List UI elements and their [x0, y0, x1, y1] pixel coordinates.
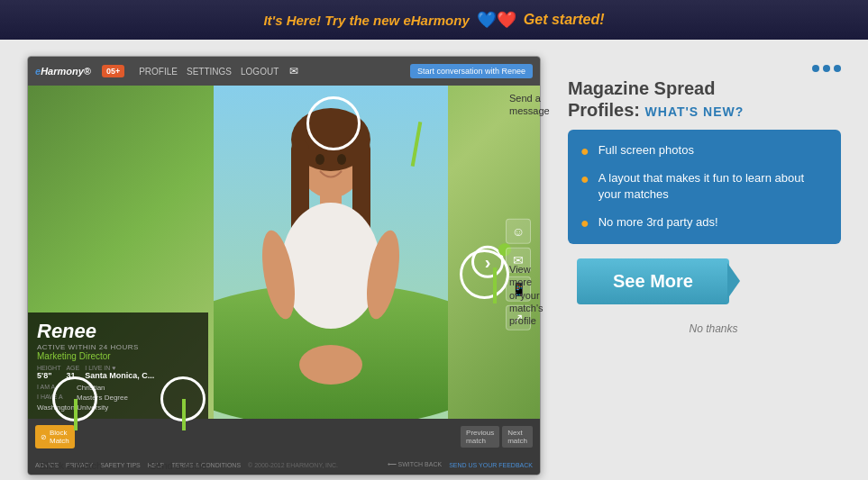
- features-box: ● Full screen photos ● A layout that mak…: [568, 130, 841, 244]
- block-line: [74, 399, 78, 430]
- send-smile-label: Send a smile: [150, 459, 207, 472]
- panel-dots: [568, 65, 841, 72]
- eharmony-logo: eHarmony®: [35, 66, 91, 77]
- profile-photo: › ☺ ✉ 📱 ↗ Renee ACTIVE WITHIN 24 HOURS M…: [28, 86, 540, 419]
- browser-footer: ADVICE PRIVACY SAFETY TIPS HELP TERMS & …: [28, 455, 540, 475]
- previous-match-button[interactable]: Previousmatch: [461, 426, 499, 448]
- next-match-button[interactable]: Nextmatch: [502, 426, 533, 448]
- svg-point-12: [337, 154, 346, 165]
- block-label: BlockMatch: [50, 429, 69, 445]
- age-label: AGE: [66, 365, 79, 371]
- see-more-button[interactable]: See More: [577, 258, 729, 304]
- profile-active: ACTIVE WITHIN 24 HOURS: [37, 343, 199, 351]
- height-label: HEIGHT: [37, 365, 60, 371]
- send-message-label: Send a message: [509, 92, 550, 118]
- nav-arrows: Previousmatch Nextmatch: [461, 426, 533, 448]
- woman-figure: [214, 86, 448, 419]
- svg-point-7: [281, 203, 380, 329]
- dot-1: [812, 65, 819, 72]
- footer-copyright: © 2000-2012 EHARMONY, INC.: [248, 462, 338, 468]
- smiley-icon[interactable]: ☺: [506, 219, 531, 244]
- matches-badge: 05+: [102, 65, 124, 77]
- bullet-3: ●: [580, 214, 589, 231]
- block-match-button[interactable]: ⊘ BlockMatch: [35, 425, 75, 448]
- action-bar: ⊘ BlockMatch Previousmatch Nextmatch: [28, 419, 540, 455]
- magazine-title: Magazine SpreadProfiles: WHAT'S NEW?: [568, 77, 841, 121]
- height-value: 5'8": [37, 371, 60, 380]
- feature-3: ● No more 3rd party ads!: [580, 214, 828, 231]
- nav-links: PROFILE SETTINGS LOGOUT: [139, 67, 279, 77]
- start-conversation-button[interactable]: Start conversation with Renee: [410, 64, 533, 78]
- banner-cta[interactable]: Get started!: [524, 12, 605, 28]
- profile-name: Renee: [37, 320, 199, 343]
- screenshot-container: eHarmony® 05+ PROFILE SETTINGS LOGOUT ✉ …: [27, 56, 541, 475]
- feature-1: ● Full screen photos: [580, 142, 828, 159]
- nav-logout[interactable]: LOGOUT: [241, 67, 279, 77]
- no-thanks-link[interactable]: No thanks: [586, 322, 841, 335]
- feedback-link[interactable]: SEND US YOUR FEEDBACK: [449, 462, 533, 468]
- smile-line: [182, 399, 186, 430]
- nav-settings[interactable]: SETTINGS: [187, 67, 232, 77]
- banner-text: It's Here! Try the new eHarmony: [263, 13, 469, 28]
- top-banner: It's Here! Try the new eHarmony 💙❤️ Get …: [0, 0, 868, 40]
- main-content: eHarmony® 05+ PROFILE SETTINGS LOGOUT ✉ …: [0, 40, 868, 480]
- svg-point-11: [315, 154, 324, 165]
- profile-title: Marketing Director: [37, 351, 199, 361]
- switch-back-link[interactable]: ⟵ SWITCH BACK: [388, 461, 443, 468]
- browser-mockup: eHarmony® 05+ PROFILE SETTINGS LOGOUT ✉ …: [27, 56, 541, 475]
- whats-new: WHAT'S NEW?: [645, 104, 745, 119]
- mail-icon: ✉: [289, 65, 298, 77]
- footer-safety[interactable]: SAFETY TIPS: [100, 462, 140, 468]
- bullet-1: ●: [580, 142, 589, 159]
- view-more-label: View more of your match's profile: [509, 263, 544, 327]
- browser-nav: eHarmony® 05+ PROFILE SETTINGS LOGOUT ✉ …: [28, 57, 540, 86]
- block-match-label: Block a match: [40, 459, 102, 472]
- dot-2: [823, 65, 830, 72]
- dot-3: [834, 65, 841, 72]
- location-value: Santa Monica, C...: [85, 371, 154, 380]
- right-panel: Magazine SpreadProfiles: WHAT'S NEW? ● F…: [559, 56, 841, 335]
- feature-text-3: No more 3rd party ads!: [598, 214, 718, 231]
- block-icon: ⊘: [41, 433, 47, 441]
- view-more-line: [493, 267, 497, 303]
- feature-text-1: Full screen photos: [598, 142, 694, 158]
- banner-heart: 💙❤️: [477, 10, 516, 30]
- feature-2: ● A layout that makes it fun to learn ab…: [580, 170, 828, 203]
- feature-text-2: A layout that makes it fun to learn abou…: [598, 170, 828, 203]
- nav-profile[interactable]: PROFILE: [139, 67, 178, 77]
- location-label: I LIVE IN ♥: [85, 365, 154, 371]
- svg-point-10: [299, 345, 362, 385]
- bullet-2: ●: [580, 170, 589, 187]
